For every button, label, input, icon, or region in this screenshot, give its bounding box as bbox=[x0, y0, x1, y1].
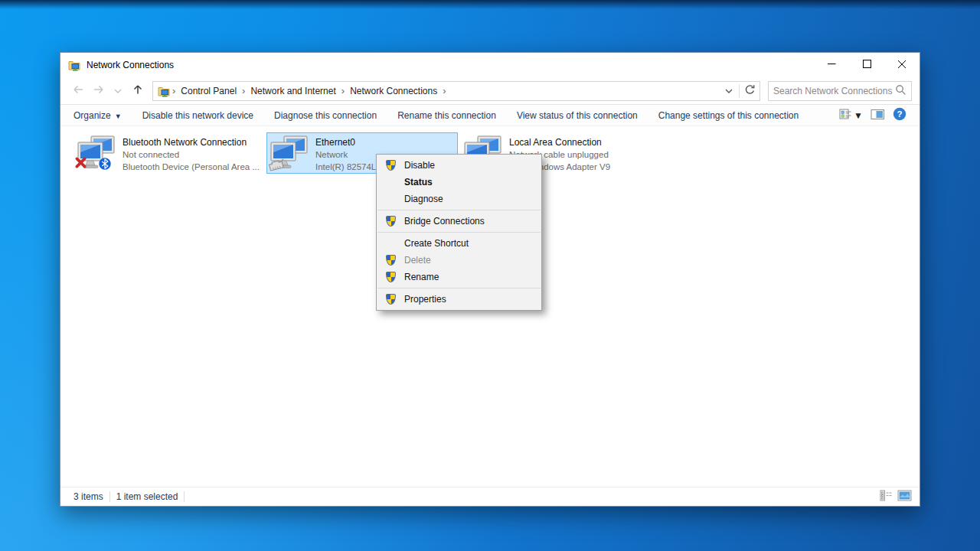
search-icon bbox=[895, 84, 906, 98]
chevron-down-icon bbox=[114, 86, 122, 96]
rename-connection-command[interactable]: Rename this connection bbox=[397, 110, 496, 121]
menu-item-bridge-connections[interactable]: Bridge Connections bbox=[377, 213, 541, 230]
search-box[interactable] bbox=[768, 81, 912, 101]
command-bar: Organize▼ Disable this network device Di… bbox=[60, 105, 920, 126]
ethernet-plug-icon bbox=[268, 159, 285, 173]
status-bar: 3 items 1 item selected bbox=[60, 487, 920, 506]
refresh-button[interactable] bbox=[740, 82, 760, 100]
connections-list: Bluetooth Network Connection Not connect… bbox=[60, 126, 920, 487]
connection-name: Ethernet0 bbox=[315, 136, 385, 148]
uac-shield-icon bbox=[386, 255, 396, 266]
breadcrumb-network-connections[interactable]: Network Connections bbox=[347, 86, 440, 96]
menu-separator bbox=[377, 232, 541, 233]
help-button[interactable]: ? bbox=[893, 107, 906, 123]
breadcrumb-separator: › bbox=[240, 85, 247, 96]
window-title: Network Connections bbox=[87, 60, 174, 70]
breadcrumb-separator: › bbox=[170, 85, 178, 96]
menu-item-status[interactable]: Status bbox=[377, 174, 541, 191]
network-connections-window: Network Connections › Control Panel › Ne… bbox=[60, 52, 920, 507]
forward-button[interactable] bbox=[88, 81, 108, 101]
connection-device: Bluetooth Device (Personal Area ... bbox=[122, 161, 260, 171]
context-menu: Disable Status Diagnose Bridge Connectio… bbox=[376, 154, 542, 311]
organize-menu-button[interactable]: Organize▼ bbox=[74, 110, 122, 121]
disable-device-command[interactable]: Disable this network device bbox=[142, 110, 253, 121]
breadcrumb-separator: › bbox=[440, 85, 448, 96]
connection-item-bluetooth[interactable]: Bluetooth Network Connection Not connect… bbox=[74, 132, 265, 174]
menu-item-delete: Delete bbox=[377, 252, 541, 269]
title-bar[interactable]: Network Connections bbox=[60, 53, 920, 77]
change-view-button[interactable]: ▼ bbox=[839, 108, 863, 122]
maximize-button[interactable] bbox=[849, 53, 884, 77]
refresh-icon bbox=[744, 84, 756, 98]
minimize-icon bbox=[828, 60, 836, 70]
navigation-bar: › Control Panel › Network and Internet ›… bbox=[60, 77, 920, 105]
status-divider bbox=[184, 491, 185, 502]
connection-status: Network bbox=[315, 148, 385, 161]
caret-down-icon: ▼ bbox=[854, 110, 863, 121]
network-folder-icon bbox=[68, 59, 80, 71]
minimize-button[interactable] bbox=[814, 53, 849, 77]
preview-pane-icon bbox=[871, 109, 885, 122]
back-button[interactable] bbox=[68, 81, 88, 101]
help-icon: ? bbox=[893, 107, 906, 123]
up-button[interactable] bbox=[128, 81, 148, 101]
close-button[interactable] bbox=[884, 53, 920, 77]
close-icon bbox=[897, 60, 906, 71]
maximize-icon bbox=[863, 60, 871, 70]
address-dropdown-button[interactable] bbox=[719, 82, 739, 100]
change-settings-command[interactable]: Change settings of this connection bbox=[658, 110, 799, 121]
menu-item-rename[interactable]: Rename bbox=[377, 269, 541, 285]
diagnose-connection-command[interactable]: Diagnose this connection bbox=[274, 110, 377, 121]
preview-pane-button[interactable] bbox=[871, 109, 885, 122]
disconnected-x-icon bbox=[75, 157, 87, 171]
view-status-command[interactable]: View status of this connection bbox=[517, 110, 638, 121]
menu-separator bbox=[377, 210, 541, 210]
bluetooth-icon bbox=[99, 158, 111, 172]
uac-shield-icon bbox=[386, 216, 396, 227]
details-view-button[interactable] bbox=[880, 490, 893, 504]
connection-device: Intel(R) 82574L G bbox=[315, 161, 385, 171]
view-options-icon bbox=[839, 108, 854, 122]
large-icons-view-button[interactable] bbox=[897, 490, 912, 504]
connection-status: Not connected bbox=[122, 148, 260, 161]
chevron-down-icon bbox=[725, 86, 733, 96]
menu-item-diagnose[interactable]: Diagnose bbox=[377, 191, 541, 207]
menu-item-create-shortcut[interactable]: Create Shortcut bbox=[377, 235, 541, 252]
uac-shield-icon bbox=[386, 272, 396, 282]
connection-name: Bluetooth Network Connection bbox=[122, 136, 260, 148]
connection-name: Local Area Connection bbox=[509, 136, 610, 148]
uac-shield-icon bbox=[386, 294, 396, 305]
address-location-icon bbox=[158, 85, 170, 97]
items-count: 3 items bbox=[68, 491, 109, 502]
menu-item-properties[interactable]: Properties bbox=[377, 291, 541, 308]
breadcrumb-control-panel[interactable]: Control Panel bbox=[178, 86, 240, 96]
breadcrumb-separator: › bbox=[339, 85, 347, 96]
up-arrow-icon bbox=[132, 83, 144, 98]
selection-count: 1 item selected bbox=[110, 491, 185, 502]
caption-buttons bbox=[814, 53, 920, 77]
breadcrumb-network-and-internet[interactable]: Network and Internet bbox=[247, 86, 338, 96]
caret-down-icon: ▼ bbox=[115, 112, 122, 120]
address-bar[interactable]: › Control Panel › Network and Internet ›… bbox=[152, 81, 760, 101]
recent-locations-button[interactable] bbox=[108, 81, 128, 101]
forward-arrow-icon bbox=[92, 83, 105, 98]
menu-item-disable[interactable]: Disable bbox=[377, 157, 541, 174]
menu-separator bbox=[377, 288, 541, 289]
desktop-wallpaper: Network Connections › Control Panel › Ne… bbox=[0, 0, 980, 551]
uac-shield-icon bbox=[386, 160, 396, 171]
back-arrow-icon bbox=[72, 83, 85, 98]
svg-text:?: ? bbox=[897, 109, 902, 119]
search-input[interactable] bbox=[773, 86, 895, 96]
